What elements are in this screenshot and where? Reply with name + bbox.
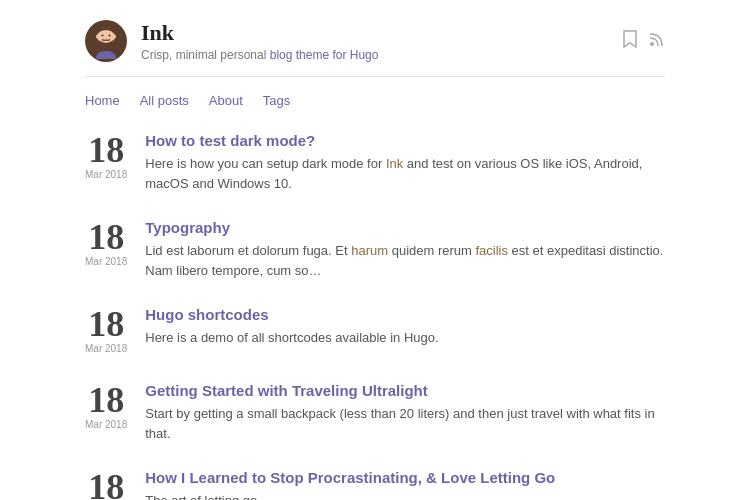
post-title-link[interactable]: How I Learned to Stop Procrastinating, &… [145,469,555,486]
list-item: 18 Mar 2018 Typography Lid est laborum e… [85,219,665,280]
post-title: How to test dark mode? [145,132,665,149]
list-item: 18 Mar 2018 Hugo shortcodes Here is a de… [85,306,665,356]
svg-point-4 [109,35,111,37]
site-title: Ink [141,20,378,46]
post-title-link[interactable]: Hugo shortcodes [145,306,268,323]
post-title-link[interactable]: How to test dark mode? [145,132,315,149]
list-item: 18 Mar 2018 How I Learned to Stop Procra… [85,469,665,500]
post-title: Hugo shortcodes [145,306,665,323]
nav-about[interactable]: About [209,93,243,108]
nav-tags[interactable]: Tags [263,93,290,108]
site-title-block: Ink Crisp, minimal personal blog theme f… [141,20,378,62]
post-date: 18 Mar 2018 [85,219,127,269]
bookmark-icon[interactable] [623,30,637,52]
post-title: Getting Started with Traveling Ultraligh… [145,382,665,399]
avatar [85,20,127,62]
post-summary: Here is how you can setup dark mode for … [145,154,665,193]
svg-point-2 [113,35,116,39]
list-item: 18 Mar 2018 Getting Started with Traveli… [85,382,665,443]
page-wrapper: Ink Crisp, minimal personal blog theme f… [65,0,685,500]
nav-all-posts[interactable]: All posts [140,93,189,108]
post-date: 18 Mar 2018 [85,306,127,356]
post-date: 18 Mar 2018 [85,469,127,500]
header-icons [623,30,665,52]
site-header: Ink Crisp, minimal personal blog theme f… [85,20,665,77]
post-content: Typography Lid est laborum et dolorum fu… [145,219,665,280]
svg-point-1 [96,35,99,39]
post-date: 18 Mar 2018 [85,382,127,432]
post-content: Hugo shortcodes Here is a demo of all sh… [145,306,665,348]
svg-point-6 [650,42,654,46]
post-list: 18 Mar 2018 How to test dark mode? Here … [85,132,665,500]
post-summary: The art of letting go. [145,491,665,500]
svg-point-5 [105,38,107,40]
post-date: 18 Mar 2018 [85,132,127,182]
nav-home[interactable]: Home [85,93,120,108]
post-title-link[interactable]: Typography [145,219,230,236]
site-tagline: Crisp, minimal personal blog theme for H… [141,48,378,62]
post-title: How I Learned to Stop Procrastinating, &… [145,469,665,486]
post-summary: Lid est laborum et dolorum fuga. Et haru… [145,241,665,280]
post-title: Typography [145,219,665,236]
rss-icon[interactable] [649,31,665,51]
svg-point-3 [102,35,104,37]
header-left: Ink Crisp, minimal personal blog theme f… [85,20,378,62]
post-summary: Here is a demo of all shortcodes availab… [145,328,665,348]
tagline-link[interactable]: blog theme for Hugo [270,48,379,62]
post-content: How I Learned to Stop Procrastinating, &… [145,469,665,500]
post-summary: Start by getting a small backpack (less … [145,404,665,443]
post-title-link[interactable]: Getting Started with Traveling Ultraligh… [145,382,428,399]
post-content: How to test dark mode? Here is how you c… [145,132,665,193]
site-nav: Home All posts About Tags [85,93,665,108]
list-item: 18 Mar 2018 How to test dark mode? Here … [85,132,665,193]
post-content: Getting Started with Traveling Ultraligh… [145,382,665,443]
